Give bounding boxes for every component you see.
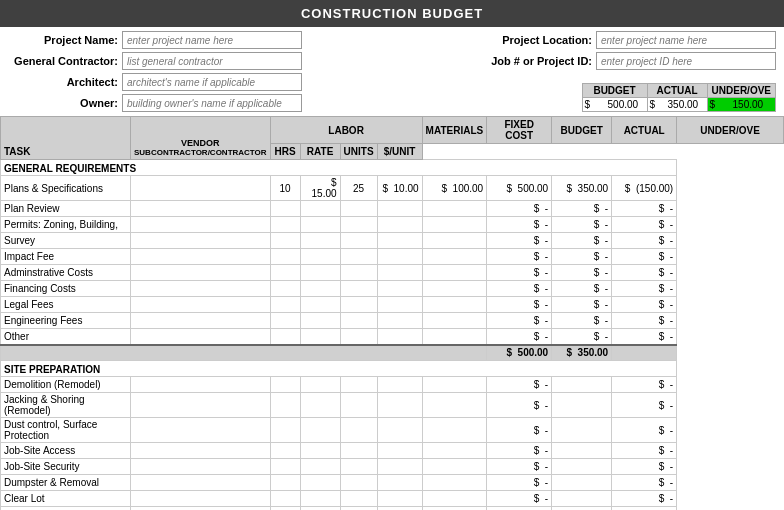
budget-cell: $ 500.00 [487,176,552,201]
col-subheader-hrs: HRS [270,144,300,160]
fixed-cost-cell: $ 100.00 [422,176,487,201]
task-cell: Plan Review [1,201,131,217]
table-row: Job-Site Access $ - $ - [1,443,784,459]
task-cell: Legal Fees [1,297,131,313]
col-header-materials: MATERIALS [422,117,487,144]
table-row: Adminstrative Costs $ - $ - $ - [1,265,784,281]
project-name-label: Project Name: [8,34,118,46]
owner-row: Owner: [8,94,302,112]
table-row: Jacking & Shoring (Remodel) $ - $ - [1,393,784,418]
task-cell: Dumpster & Removal [1,475,131,491]
unit-cost-cell: $ 10.00 [377,176,422,201]
table-row: Demolition (Remodel) $ - $ - [1,377,784,393]
task-cell: Engineering Fees [1,313,131,329]
task-cell: Storage On Site [1,507,131,511]
budget-table: TASK VENDOR SUBCONTRACTOR/CONTRACTOR LAB… [0,116,784,510]
task-cell: Impact Fee [1,249,131,265]
table-row: Job-Site Security $ - $ - [1,459,784,475]
table-row: Engineering Fees $ - $ - $ - [1,313,784,329]
section-total-row: $ 500.00 $ 350.00 [1,345,784,361]
summary-budget-header: BUDGET [582,84,647,98]
summary-underover-dollar: $ [708,98,718,111]
architect-input[interactable] [122,73,302,91]
col-subheader-rate: RATE [300,144,340,160]
table-row: Other $ - $ - $ - [1,329,784,345]
table-row: Storage On Site $ - $ - [1,507,784,511]
project-location-input[interactable] [596,31,776,49]
general-contractor-input[interactable] [122,52,302,70]
task-cell: Job-Site Security [1,459,131,475]
project-location-label: Project Location: [472,34,592,46]
table-row: Dust control, Surface Protection $ - $ - [1,418,784,443]
summary-budget-value: 500.00 [592,98,642,111]
col-subheader-units: UNITS [340,144,377,160]
architect-label: Architect: [8,76,118,88]
task-cell: Job-Site Access [1,443,131,459]
job-id-label: Job # or Project ID: [472,55,592,67]
actual-cell: $ 350.00 [552,176,612,201]
table-row: Legal Fees $ - $ - $ - [1,297,784,313]
table-row: Permits: Zoning, Building, $ - $ - $ - [1,217,784,233]
col-header-vendor: VENDOR SUBCONTRACTOR/CONTRACTOR [131,117,271,160]
general-contractor-row: General Contractor: [8,52,302,70]
project-name-row: Project Name: [8,31,302,49]
section-site-preparation: SITE PREPARATION [1,361,784,377]
task-cell: Jacking & Shoring (Remodel) [1,393,131,418]
task-cell: Clear Lot [1,491,131,507]
task-cell: Financing Costs [1,281,131,297]
col-header-actual: ACTUAL [612,117,677,144]
job-id-input[interactable] [596,52,776,70]
header-right: Project Location: Job # or Project ID: B… [472,31,776,112]
col-header-labor: LABOR [270,117,422,144]
header-left: Project Name: General Contractor: Archit… [8,31,302,112]
table-row: Impact Fee $ - $ - $ - [1,249,784,265]
vendor-cell[interactable] [131,176,271,201]
table-row: Dumpster & Removal $ - $ - [1,475,784,491]
task-cell: Other [1,329,131,345]
task-cell: Dust control, Surface Protection [1,418,131,443]
summary-underover-header: UNDER/OVE [707,84,775,98]
architect-row: Architect: [8,73,302,91]
table-row: Financing Costs $ - $ - $ - [1,281,784,297]
table-row: Clear Lot $ - $ - [1,491,784,507]
table-row: Survey $ - $ - $ - [1,233,784,249]
task-cell: Plans & Specifications [1,176,131,201]
col-subheader-unit-cost: $/UNIT [377,144,422,160]
owner-label: Owner: [8,97,118,109]
summary-actual-dollar: $ [648,98,658,111]
rate-cell: $ 15.00 [300,176,340,201]
table-row: Plans & Specifications 10 $ 15.00 25 $ 1… [1,176,784,201]
general-contractor-label: General Contractor: [8,55,118,67]
hrs-cell: 10 [270,176,300,201]
summary-actual-header: ACTUAL [647,84,707,98]
task-cell: Demolition (Remodel) [1,377,131,393]
header-section: Project Name: General Contractor: Archit… [0,27,784,116]
job-id-row: Job # or Project ID: [472,52,776,70]
underover-cell: $ (150.00) [612,176,677,201]
col-header-underover: UNDER/OVE [677,117,784,144]
summary-budget-dollar: $ [583,98,593,111]
units-cell: 25 [340,176,377,201]
section-general-requirements: GENERAL REQUIREMENTS [1,160,784,176]
task-cell: Adminstrative Costs [1,265,131,281]
summary-underover-value: 150.00 [717,98,767,111]
table-row: Plan Review $ - $ - $ - [1,201,784,217]
task-cell: Permits: Zoning, Building, [1,217,131,233]
project-name-input[interactable] [122,31,302,49]
summary-actual-value: 350.00 [657,98,702,111]
col-header-fixed-cost: FIXED COST [487,117,552,144]
project-location-row: Project Location: [472,31,776,49]
task-cell: Survey [1,233,131,249]
col-header-budget: BUDGET [552,117,612,144]
owner-input[interactable] [122,94,302,112]
col-header-task: TASK [1,117,131,160]
page-title: CONSTRUCTION BUDGET [0,0,784,27]
